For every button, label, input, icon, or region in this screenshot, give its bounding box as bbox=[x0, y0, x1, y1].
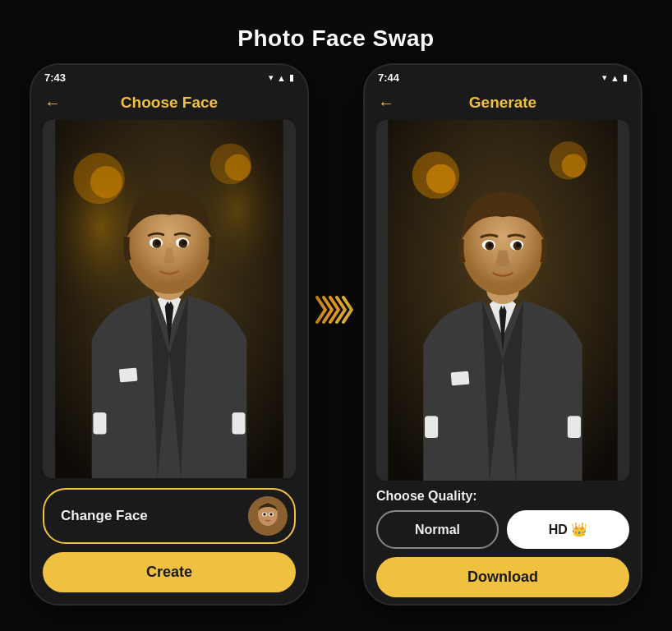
left-header-title: Choose Face bbox=[121, 94, 218, 112]
battery-icon-right: ▮ bbox=[623, 72, 628, 83]
phones-container: 7:43 ▾ ▲ ▮ ← Choose Face bbox=[30, 63, 642, 606]
quality-normal-button[interactable]: Normal bbox=[376, 510, 499, 549]
right-header-title: Generate bbox=[469, 94, 536, 112]
left-status-bar: 7:43 ▾ ▲ ▮ bbox=[31, 65, 307, 87]
left-back-arrow[interactable]: ← bbox=[44, 94, 61, 113]
svg-point-22 bbox=[263, 513, 266, 516]
svg-point-28 bbox=[562, 154, 586, 177]
battery-icon: ▮ bbox=[289, 72, 294, 83]
svg-point-37 bbox=[488, 262, 518, 280]
right-image-area bbox=[376, 120, 629, 481]
wifi-icon-right: ▲ bbox=[610, 73, 619, 83]
svg-rect-38 bbox=[451, 371, 470, 385]
right-phone: 7:44 ▾ ▲ ▮ ← Generate bbox=[363, 63, 642, 606]
forward-arrows-icon bbox=[315, 293, 357, 326]
svg-point-23 bbox=[269, 513, 273, 516]
right-back-arrow[interactable]: ← bbox=[378, 94, 394, 113]
download-button[interactable]: Download bbox=[376, 557, 629, 597]
signal-icon: ▾ bbox=[269, 72, 274, 83]
right-status-icons: ▾ ▲ ▮ bbox=[602, 72, 628, 83]
svg-point-14 bbox=[182, 241, 186, 245]
left-phone-bottom: Change Face Create bbox=[31, 478, 307, 604]
signal-icon-right: ▾ bbox=[602, 72, 607, 83]
right-time: 7:44 bbox=[378, 71, 399, 84]
svg-point-13 bbox=[155, 241, 159, 245]
svg-rect-39 bbox=[425, 416, 438, 438]
svg-rect-40 bbox=[568, 416, 581, 438]
change-face-button[interactable]: Change Face bbox=[43, 488, 296, 544]
svg-rect-15 bbox=[119, 368, 138, 383]
left-image-area bbox=[43, 120, 296, 478]
left-header: ← Choose Face bbox=[31, 87, 307, 120]
page-title: Photo Face Swap bbox=[237, 25, 434, 52]
svg-point-26 bbox=[426, 164, 456, 194]
face-thumbnail bbox=[248, 496, 288, 536]
quality-options: Normal HD 👑 bbox=[376, 510, 629, 549]
change-face-label: Change Face bbox=[61, 508, 148, 524]
left-person-image bbox=[43, 120, 296, 478]
svg-rect-17 bbox=[232, 412, 246, 435]
left-phone: 7:43 ▾ ▲ ▮ ← Choose Face bbox=[30, 63, 309, 606]
quality-section: Choose Quality: Normal HD 👑 Download bbox=[365, 481, 641, 604]
wifi-icon: ▲ bbox=[277, 73, 286, 83]
quality-hd-button[interactable]: HD 👑 bbox=[507, 510, 629, 549]
svg-rect-16 bbox=[93, 412, 106, 435]
quality-label: Choose Quality: bbox=[376, 489, 629, 504]
left-status-icons: ▾ ▲ ▮ bbox=[269, 72, 294, 83]
right-header: ← Generate bbox=[365, 87, 641, 120]
svg-point-35 bbox=[488, 243, 492, 247]
right-status-bar: 7:44 ▾ ▲ ▮ bbox=[365, 65, 641, 87]
create-button[interactable]: Create bbox=[43, 552, 296, 592]
arrow-connector bbox=[309, 293, 363, 326]
right-person-image bbox=[376, 120, 629, 481]
left-time: 7:43 bbox=[44, 71, 66, 84]
svg-point-36 bbox=[516, 243, 520, 247]
